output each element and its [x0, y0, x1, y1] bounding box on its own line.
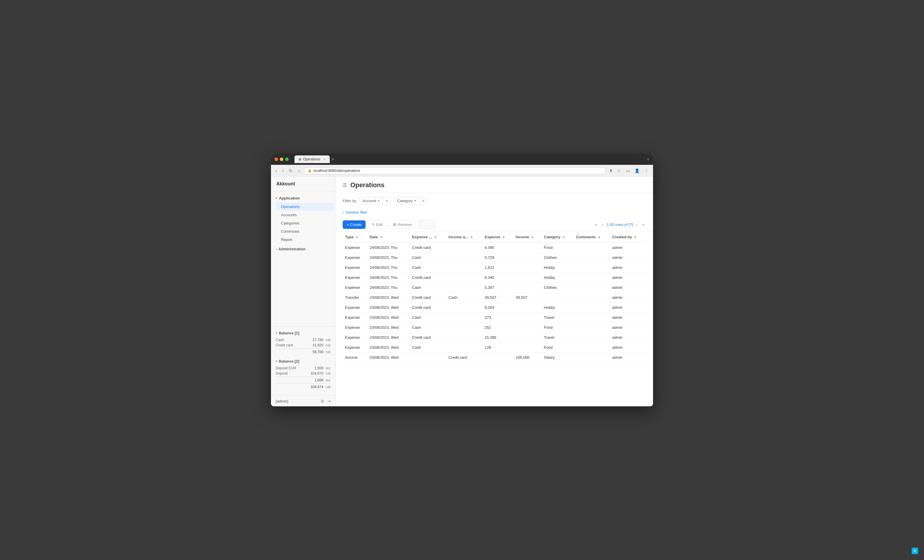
- income-cell: [513, 332, 542, 343]
- sort-icon: ⇅: [356, 236, 358, 239]
- type-cell: Transfer: [343, 293, 368, 302]
- type-cell: Expense: [343, 243, 368, 253]
- minimize-button[interactable]: [280, 157, 284, 161]
- expense-account-cell: Cash: [410, 313, 446, 323]
- sidebar-toggle-button[interactable]: ▭: [624, 167, 632, 174]
- sidebar-item-categories[interactable]: Categories: [276, 219, 334, 227]
- user-label: [admin]: [276, 399, 288, 403]
- category-filter-remove[interactable]: ✕: [419, 198, 427, 205]
- balance-total-amount: 59,700 rub: [313, 350, 331, 354]
- col-expense[interactable]: Expense ⇅: [482, 232, 513, 243]
- category-filter-dropdown[interactable]: Category ▾: [394, 197, 419, 205]
- tab-icon: ⊞: [298, 157, 301, 161]
- last-page-button[interactable]: »: [640, 221, 646, 228]
- bookmark-button[interactable]: ☆: [616, 167, 623, 174]
- date-cell: 24/08/2023, Thu: [368, 283, 410, 293]
- maximize-button[interactable]: [285, 157, 289, 161]
- table-row[interactable]: Transfer23/08/2023, WedCredit cardCash39…: [343, 293, 646, 302]
- table-row[interactable]: Expense23/08/2023, WedCredit card15,386T…: [343, 332, 646, 343]
- col-created-by[interactable]: Created by ⇅: [610, 232, 646, 243]
- type-cell: Expense: [343, 283, 368, 293]
- sort-icon: ⇅: [502, 236, 505, 239]
- date-cell: 23/08/2023, Wed: [368, 313, 410, 323]
- table-row[interactable]: Expense24/08/2023, ThuCash5,729Clothesad…: [343, 253, 646, 263]
- income-account-cell: [446, 253, 482, 263]
- table-row[interactable]: Expense23/08/2023, WedCredit card9,264Ho…: [343, 302, 646, 313]
- col-expense-account[interactable]: Expense ... ⇅: [410, 232, 446, 243]
- income-cell: [513, 263, 542, 273]
- expense-cell: 5,729: [482, 253, 513, 263]
- table-row[interactable]: Income23/08/2023, WedCredit card100,000S…: [343, 353, 646, 362]
- created-by-cell: admin: [610, 323, 646, 332]
- logout-icon[interactable]: ⇥: [327, 399, 331, 403]
- menu-button[interactable]: ⋮: [642, 167, 650, 174]
- table-row[interactable]: Expense23/08/2023, WedCash128Foodadmin: [343, 343, 646, 353]
- create-button[interactable]: + Create: [343, 220, 366, 229]
- balance-1-header[interactable]: ▾ Balance [1]: [271, 329, 335, 337]
- sidebar-section-administration-header[interactable]: › Administration: [271, 245, 335, 253]
- comments-cell: [574, 313, 610, 323]
- expense-cell: 9,264: [482, 302, 513, 313]
- col-income[interactable]: Income ⇅: [513, 232, 542, 243]
- browser-toolbar: ‹ › ↻ ⌂ 🔒 localhost:8080/akk/operations …: [271, 165, 653, 177]
- table-row[interactable]: Expense23/08/2023, WedCash273Traveladmin: [343, 313, 646, 323]
- created-by-cell: admin: [610, 302, 646, 313]
- table-row[interactable]: Expense24/08/2023, ThuCash5,287Clothesad…: [343, 283, 646, 293]
- type-cell: Expense: [343, 263, 368, 273]
- expense-account-cell: Cash: [410, 343, 446, 353]
- remove-button[interactable]: 🗑 Remove: [389, 220, 416, 229]
- first-page-button[interactable]: «: [593, 221, 598, 228]
- forward-button[interactable]: ›: [280, 167, 286, 174]
- stats-icon[interactable]: ⊞: [321, 399, 324, 403]
- sidebar-item-accounts[interactable]: Accounts: [276, 211, 334, 219]
- income-cell: [513, 302, 542, 313]
- sidebar-item-operations[interactable]: Operations: [276, 203, 334, 211]
- balance-2-rows: Deposit EUR 1,606 eur Deposit 104,674 ru…: [271, 365, 335, 391]
- prev-page-button[interactable]: ‹: [600, 221, 605, 228]
- table-row[interactable]: Expense23/08/2023, WedCash252Foodadmin: [343, 323, 646, 332]
- type-cell: Expense: [343, 343, 368, 353]
- table-row[interactable]: Expense24/08/2023, ThuCredit card4,395Fo…: [343, 243, 646, 253]
- edit-button[interactable]: ✎ Edit: [368, 220, 387, 229]
- balance-total-row: 59,700 rub: [276, 349, 331, 355]
- balance-section-1: ▾ Balance [1] Cash 27,780 rub Credit: [271, 329, 335, 356]
- profile-button[interactable]: 👤: [633, 167, 641, 174]
- menu-toggle-icon[interactable]: ☰: [343, 183, 347, 188]
- expense-account-cell: Cash: [410, 323, 446, 332]
- sort-icon: ⇅: [598, 236, 600, 239]
- active-tab[interactable]: ⊞ Operations ✕: [294, 156, 330, 163]
- page-title: Operations: [350, 181, 384, 189]
- share-button[interactable]: ⬆: [608, 167, 615, 174]
- home-button[interactable]: ⌂: [296, 167, 302, 174]
- reload-button[interactable]: ↻: [287, 167, 294, 174]
- col-category[interactable]: Category ⇅: [542, 232, 574, 243]
- rows-total: [?]: [628, 222, 633, 227]
- close-button[interactable]: [274, 157, 278, 161]
- address-bar[interactable]: 🔒 localhost:8080/akk/operations: [304, 167, 606, 174]
- sidebar-item-report[interactable]: Report: [276, 236, 334, 244]
- col-date[interactable]: Date ⇅: [368, 232, 410, 243]
- sidebar-section-application: ▾ Application Operations Accounts Catego…: [271, 194, 335, 244]
- category-cell: Travel: [542, 313, 574, 323]
- back-button[interactable]: ‹: [274, 167, 279, 174]
- income-cell: 100,000: [513, 353, 542, 362]
- table-row[interactable]: Expense24/08/2023, ThuCash1,622Hobbyadmi…: [343, 263, 646, 273]
- sidebar-item-currencies[interactable]: Currencies: [276, 228, 334, 235]
- category-cell: Food: [542, 323, 574, 332]
- table-row[interactable]: Expense24/08/2023, ThuCredit card6,340Ho…: [343, 273, 646, 283]
- income-cell: [513, 283, 542, 293]
- created-by-cell: admin: [610, 253, 646, 263]
- account-filter-dropdown[interactable]: Account ▾: [359, 197, 382, 205]
- next-page-button[interactable]: ›: [635, 221, 639, 228]
- tab-close-button[interactable]: ✕: [323, 158, 326, 161]
- col-income-account[interactable]: Income a... ⇅: [446, 232, 482, 243]
- balance-2-header[interactable]: ▾ Balance [2]: [271, 358, 335, 365]
- sidebar-section-application-header[interactable]: ▾ Application: [271, 194, 335, 202]
- generic-filter[interactable]: › Generic filter: [336, 209, 653, 217]
- account-filter-remove[interactable]: ✕: [382, 198, 391, 205]
- col-comments[interactable]: Comments ⇅: [574, 232, 610, 243]
- tab-bar: ⊞ Operations ✕ + ∨: [294, 156, 650, 163]
- col-type[interactable]: Type ⇅: [343, 232, 368, 243]
- new-tab-button[interactable]: +: [332, 157, 334, 162]
- category-cell: Salary: [542, 353, 574, 362]
